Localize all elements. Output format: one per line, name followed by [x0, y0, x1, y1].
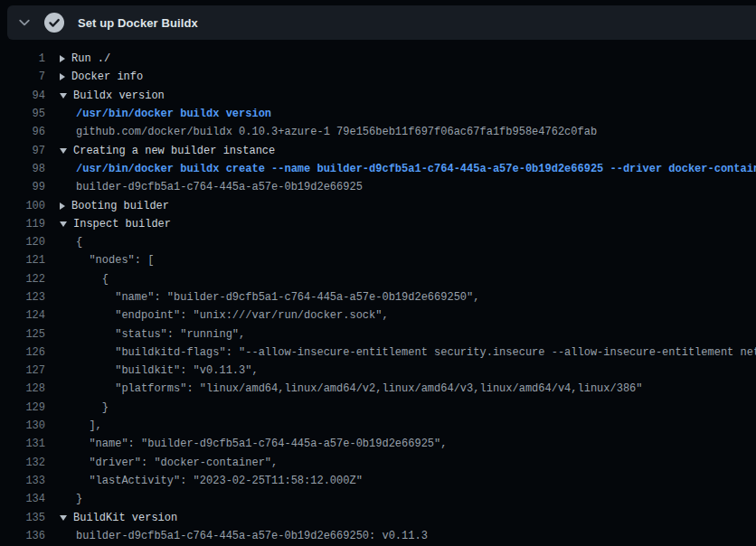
line-number[interactable]: 134 [0, 493, 45, 505]
line-content: "platforms": "linux/amd64,linux/amd64/v2… [76, 382, 643, 395]
triangle-down-icon[interactable] [60, 148, 67, 154]
line-number[interactable]: 125 [0, 328, 45, 341]
log-text: } [76, 493, 82, 505]
line-content: builder-d9cfb5a1-c764-445a-a57e-0b19d2e6… [76, 530, 428, 542]
triangle-down-icon[interactable] [60, 515, 67, 521]
log-group-row[interactable]: 97Creating a new builder instance [0, 141, 756, 159]
line-number[interactable]: 128 [0, 382, 45, 395]
log-row: 131 "name": "builder-d9cfb5a1-c764-445a-… [0, 435, 756, 453]
log-group-row[interactable]: 119Inspect builder [0, 215, 756, 233]
line-number[interactable]: 121 [0, 254, 45, 267]
triangle-right-icon[interactable] [60, 202, 65, 210]
log-text: Run ./ [71, 52, 110, 65]
line-number[interactable]: 97 [0, 145, 45, 157]
line-number[interactable]: 98 [0, 163, 45, 175]
line-number[interactable]: 130 [0, 419, 45, 432]
line-number[interactable]: 129 [0, 401, 45, 414]
log-text: "buildkit": "v0.11.3", [76, 364, 259, 377]
log-text: "status": "running", [76, 328, 245, 341]
log-viewer: 1Run ./7Docker info94Buildx version95/us… [0, 50, 756, 545]
step-header[interactable]: Set up Docker Buildx [7, 5, 756, 40]
line-number[interactable]: 132 [0, 457, 45, 469]
line-content: "driver": "docker-container", [76, 457, 278, 469]
log-text: "name": "builder-d9cfb5a1-c764-445a-a57e… [76, 438, 447, 450]
log-text: "buildkitd-flags": "--allow-insecure-ent… [76, 346, 756, 359]
line-number[interactable]: 100 [0, 200, 45, 212]
line-content: "buildkitd-flags": "--allow-insecure-ent… [76, 346, 756, 359]
log-row: 95/usr/bin/docker buildx version [0, 105, 756, 123]
line-content: "name": "builder-d9cfb5a1-c764-445a-a57e… [76, 291, 479, 304]
log-group-row[interactable]: 100Booting builder [0, 196, 756, 214]
log-row: 124 "endpoint": "unix:///var/run/docker.… [0, 306, 756, 325]
log-group-row[interactable]: 94Buildx version [0, 87, 756, 105]
line-number[interactable]: 7 [0, 71, 45, 83]
line-content: github.com/docker/buildx 0.10.3+azure-1 … [76, 126, 597, 138]
log-text: Creating a new builder instance [73, 145, 275, 157]
log-row: 132 "driver": "docker-container", [0, 454, 756, 472]
triangle-down-icon[interactable] [60, 221, 67, 227]
log-row: 128 "platforms": "linux/amd64,linux/amd6… [0, 380, 756, 398]
log-row: 121 "nodes": [ [0, 251, 756, 269]
log-row: 120{ [0, 233, 756, 251]
line-number[interactable]: 96 [0, 126, 45, 138]
log-text: { [76, 236, 82, 249]
line-content: /usr/bin/docker buildx version [76, 108, 271, 120]
line-content: "lastActivity": "2023-02-25T11:58:12.000… [76, 475, 363, 487]
line-number[interactable]: 122 [0, 273, 45, 286]
log-text: ], [76, 419, 102, 432]
log-text: Buildx version [73, 89, 165, 102]
check-circle-icon [43, 12, 65, 33]
triangle-down-icon[interactable] [60, 93, 67, 99]
line-number[interactable]: 120 [0, 236, 45, 249]
log-text: Docker info [71, 71, 143, 83]
line-content: } [76, 493, 82, 505]
line-number[interactable]: 127 [0, 364, 45, 377]
log-group-row[interactable]: 135BuildKit version [0, 508, 756, 526]
log-row: 122 { [0, 270, 756, 288]
line-content: BuildKit version [60, 512, 177, 524]
line-content: "status": "running", [76, 328, 245, 341]
log-text: "driver": "docker-container", [76, 457, 278, 469]
log-text: github.com/docker/buildx 0.10.3+azure-1 … [76, 126, 597, 138]
log-row: 123 "name": "builder-d9cfb5a1-c764-445a-… [0, 288, 756, 306]
log-row: 136builder-d9cfb5a1-c764-445a-a57e-0b19d… [0, 527, 756, 545]
log-text: BuildKit version [73, 512, 177, 524]
line-number[interactable]: 135 [0, 512, 45, 524]
triangle-right-icon[interactable] [60, 73, 65, 80]
line-number[interactable]: 133 [0, 475, 45, 487]
log-text: builder-d9cfb5a1-c764-445a-a57e-0b19d2e6… [76, 530, 428, 542]
line-content: Run ./ [60, 52, 110, 65]
log-row: 96github.com/docker/buildx 0.10.3+azure-… [0, 123, 756, 141]
step-title: Set up Docker Buildx [78, 16, 198, 30]
line-number[interactable]: 126 [0, 346, 45, 359]
line-content: builder-d9cfb5a1-c764-445a-a57e-0b19d2e6… [76, 181, 363, 193]
log-row: 134} [0, 490, 756, 508]
line-number[interactable]: 124 [0, 309, 45, 322]
line-content: { [76, 236, 82, 249]
line-number[interactable]: 123 [0, 291, 45, 304]
log-text: /usr/bin/docker buildx create --name bui… [76, 163, 756, 175]
line-number[interactable]: 131 [0, 438, 45, 450]
log-text: "endpoint": "unix:///var/run/docker.sock… [76, 309, 389, 322]
chevron-down-icon[interactable] [7, 5, 42, 40]
line-number[interactable]: 99 [0, 181, 45, 193]
log-group-row[interactable]: 7Docker info [0, 68, 756, 86]
line-content: /usr/bin/docker buildx create --name bui… [76, 163, 756, 175]
log-row: 126 "buildkitd-flags": "--allow-insecure… [0, 344, 756, 362]
line-number[interactable]: 95 [0, 108, 45, 120]
line-content: "endpoint": "unix:///var/run/docker.sock… [76, 309, 389, 322]
line-number[interactable]: 136 [0, 530, 45, 542]
triangle-right-icon[interactable] [60, 55, 65, 62]
line-number[interactable]: 1 [0, 52, 45, 65]
line-content: "name": "builder-d9cfb5a1-c764-445a-a57e… [76, 438, 447, 450]
line-content: Creating a new builder instance [60, 145, 275, 157]
log-row: 125 "status": "running", [0, 325, 756, 343]
line-number[interactable]: 94 [0, 89, 45, 102]
log-row: 127 "buildkit": "v0.11.3", [0, 362, 756, 380]
log-text: "nodes": [ [76, 254, 154, 267]
line-number[interactable]: 119 [0, 218, 45, 231]
log-text: "lastActivity": "2023-02-25T11:58:12.000… [76, 475, 363, 487]
line-content: "buildkit": "v0.11.3", [76, 364, 259, 377]
line-content: Inspect builder [60, 218, 171, 231]
log-group-row[interactable]: 1Run ./ [0, 50, 756, 68]
